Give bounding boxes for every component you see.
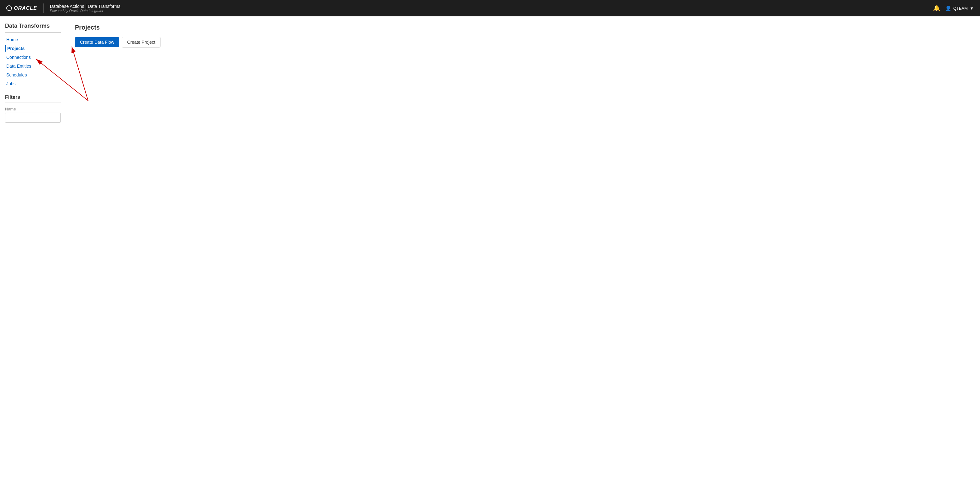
sidebar-top-divider bbox=[5, 32, 61, 33]
filter-name-input[interactable] bbox=[5, 113, 61, 123]
app-header: ORACLE Database Actions | Data Transform… bbox=[0, 0, 980, 16]
header-title: Database Actions | Data Transforms bbox=[50, 4, 121, 9]
main-content: Projects Create Data Flow Create Project bbox=[66, 16, 980, 494]
main-layout: Data Transforms Home Projects Connection… bbox=[0, 16, 980, 494]
user-dropdown-icon: ▼ bbox=[970, 6, 974, 11]
header-divider bbox=[43, 3, 44, 13]
oracle-logo-text: ORACLE bbox=[14, 5, 37, 11]
action-buttons: Create Data Flow Create Project bbox=[75, 37, 971, 48]
sidebar-link-connections[interactable]: Connections bbox=[5, 54, 61, 60]
sidebar: Data Transforms Home Projects Connection… bbox=[0, 16, 66, 494]
header-title-block: Database Actions | Data Transforms Power… bbox=[50, 4, 121, 13]
header-left: ORACLE Database Actions | Data Transform… bbox=[6, 3, 120, 13]
user-menu[interactable]: 👤 QTEAM ▼ bbox=[945, 5, 974, 11]
sidebar-item-data-entities[interactable]: Data Entities bbox=[5, 63, 61, 69]
oracle-logo: ORACLE bbox=[6, 5, 37, 11]
header-right: 🔔 👤 QTEAM ▼ bbox=[933, 5, 974, 12]
sidebar-item-schedules[interactable]: Schedules bbox=[5, 72, 61, 78]
filter-name-label: Name bbox=[5, 106, 61, 111]
sidebar-link-data-entities[interactable]: Data Entities bbox=[5, 63, 61, 69]
filters-divider bbox=[5, 103, 61, 103]
sidebar-link-jobs[interactable]: Jobs bbox=[5, 81, 61, 87]
create-data-flow-button[interactable]: Create Data Flow bbox=[75, 37, 119, 47]
sidebar-item-connections[interactable]: Connections bbox=[5, 54, 61, 60]
sidebar-item-jobs[interactable]: Jobs bbox=[5, 81, 61, 87]
create-project-button[interactable]: Create Project bbox=[122, 37, 161, 48]
sidebar-link-schedules[interactable]: Schedules bbox=[5, 72, 61, 78]
notification-bell-icon[interactable]: 🔔 bbox=[933, 5, 940, 12]
page-title: Projects bbox=[75, 24, 971, 31]
header-subtitle: Powered by Oracle Data Integrator bbox=[50, 9, 121, 13]
filters-title: Filters bbox=[5, 94, 61, 100]
sidebar-nav: Home Projects Connections Data Entities … bbox=[5, 37, 61, 87]
sidebar-item-home[interactable]: Home bbox=[5, 37, 61, 43]
oracle-ellipse-icon bbox=[6, 5, 12, 11]
sidebar-link-projects[interactable]: Projects bbox=[5, 45, 61, 52]
username-label: QTEAM bbox=[953, 6, 968, 11]
sidebar-title: Data Transforms bbox=[5, 23, 61, 29]
sidebar-item-projects[interactable]: Projects bbox=[5, 45, 61, 52]
user-avatar-icon: 👤 bbox=[945, 5, 951, 11]
sidebar-link-home[interactable]: Home bbox=[5, 37, 61, 43]
